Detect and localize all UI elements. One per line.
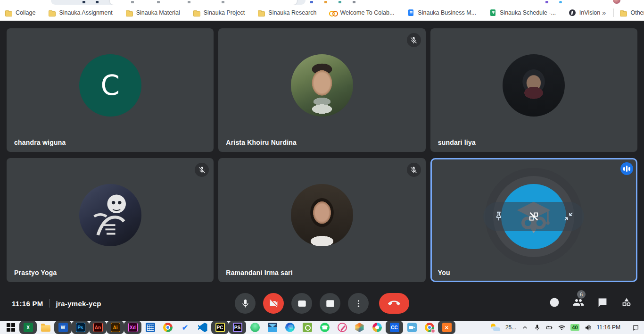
bookmark-item[interactable]: Sinauka Assignment [48, 9, 112, 17]
browser-profile-avatar[interactable] [613, 0, 620, 4]
activities-button[interactable] [621, 297, 632, 310]
bookmark-list: Collage Sinauka Assignment Sinauka Mater… [5, 9, 600, 17]
wifi-icon[interactable] [558, 324, 565, 331]
call-end-icon [388, 297, 400, 309]
participant-name: Prastyo Yoga [14, 269, 57, 276]
bookmark-label: Welcome To Colab... [340, 9, 394, 16]
pin-icon[interactable] [493, 210, 505, 223]
chevron-up-icon[interactable] [521, 324, 528, 331]
partial-extension-icon [353, 1, 355, 3]
bookmark-item[interactable]: Sinauka Schedule -... [489, 9, 556, 17]
camera-off-button[interactable] [263, 293, 284, 314]
bookmark-icon [407, 9, 414, 17]
bookmark-label: Sinauka Business M... [418, 9, 476, 16]
temperature-label[interactable]: 25... [505, 324, 516, 331]
bookmarks-overflow-chevron[interactable]: » [600, 8, 608, 17]
participant-tile-prastyo[interactable]: Prastyo Yoga [7, 158, 214, 282]
present-button[interactable] [320, 293, 340, 314]
taskbar-apps: X W Ps An Ai Xd [2, 321, 455, 334]
taskbar-app-icon[interactable]: X [19, 321, 37, 334]
participant-tile-ramandani[interactable]: Ramandani Irma sari [218, 158, 425, 282]
taskbar-app-icon[interactable] [368, 321, 386, 334]
mic-off-icon [410, 36, 418, 44]
bookmark-label: Sinauka Research [268, 9, 316, 16]
weather-icon[interactable] [490, 324, 500, 332]
taskbar-app-icon[interactable] [403, 321, 421, 334]
tray-mic-icon[interactable] [534, 324, 541, 331]
taskbar-clock[interactable]: 11:16 PM [597, 324, 620, 331]
taskbar-app-icon[interactable] [298, 321, 316, 334]
bookmark-icon [5, 9, 12, 17]
bookmarks-bar: Collage Sinauka Assignment Sinauka Mater… [0, 5, 644, 21]
participants-button[interactable]: 6 [573, 297, 584, 310]
taskbar-app-icon[interactable] [141, 321, 159, 334]
partial-text-fragment [188, 1, 190, 3]
unpin-grid-icon[interactable] [528, 210, 540, 223]
action-center-icon[interactable] [632, 324, 639, 331]
letter-avatar: C [79, 54, 141, 117]
taskbar-app-icon[interactable] [246, 321, 264, 334]
bookmark-item[interactable]: Collage [5, 9, 35, 17]
participant-tile-chandra[interactable]: C chandra wiguna [7, 28, 214, 152]
taskbar-app-icon[interactable]: ✔ [176, 321, 194, 334]
taskbar-app-icon[interactable] [333, 321, 351, 334]
taskbar-app-icon[interactable]: ✕ [438, 321, 455, 334]
taskbar-app-icon[interactable] [159, 321, 176, 334]
google-meet-call: C chandra wiguna Arista Khoiru Nurdina s… [0, 21, 644, 321]
mic-off-icon [198, 166, 206, 174]
bookmark-item[interactable]: Sinauka Project [193, 9, 245, 17]
participant-tile-you[interactable]: You [430, 158, 637, 282]
participants-count-badge: 6 [577, 290, 586, 299]
partial-favicon [83, 1, 85, 3]
bookmark-icon [48, 9, 56, 17]
taskbar-app-icon[interactable]: Xd [124, 321, 141, 334]
participant-tile-arista[interactable]: Arista Khoiru Nurdina [218, 28, 425, 152]
taskbar-app-icon[interactable]: PC [211, 321, 229, 334]
bookmark-item[interactable]: Sinauka Business M... [407, 9, 476, 17]
bookmark-label: InVision [579, 9, 600, 16]
bookmark-item[interactable]: Welcome To Colab... [329, 9, 394, 17]
taskbar-app-icon[interactable]: Ai [107, 321, 124, 334]
taskbar-app-icon[interactable] [37, 321, 54, 334]
speaker-icon[interactable] [585, 324, 592, 331]
microphone-button[interactable] [235, 293, 256, 314]
taskbar-app-icon[interactable]: PS [229, 321, 246, 334]
other-bookmarks-button[interactable]: Other bookmarks [619, 9, 644, 17]
captions-button[interactable]: CC [291, 293, 312, 314]
more-options-button[interactable] [348, 293, 369, 314]
meeting-code: jra-ymek-ycp [56, 300, 101, 308]
audio-level-indicator [620, 162, 633, 175]
bookmark-label: Sinauka Assignment [59, 9, 112, 16]
participant-tile-sundari[interactable]: sundari liya [430, 28, 637, 152]
system-tray: 25... 40 11:16 PM [490, 324, 644, 332]
taskbar-app-icon[interactable] [264, 321, 281, 334]
battery-plug-icon[interactable] [546, 324, 553, 331]
taskbar-app-icon[interactable]: W [54, 321, 72, 334]
taskbar-app-icon[interactable]: ☎ [316, 321, 333, 334]
meeting-info: 11:16 PM jra-ymek-ycp [12, 299, 101, 308]
bookmark-label: Sinauka Schedule -... [500, 9, 556, 16]
bookmark-label: Sinauka Project [204, 9, 245, 16]
chat-button[interactable] [597, 297, 608, 310]
photo-avatar [79, 184, 141, 246]
svg-text:CC: CC [299, 302, 304, 305]
meeting-details-button[interactable] [549, 297, 560, 310]
bookmark-label: Sinauka Material [136, 9, 180, 16]
taskbar-app-icon[interactable]: Ps [72, 321, 89, 334]
exit-fullscreen-icon[interactable] [562, 210, 575, 223]
bookmark-item[interactable]: InVision [569, 9, 600, 17]
taskbar-app-icon[interactable] [421, 321, 438, 334]
battery-percent-badge[interactable]: 40 [570, 324, 579, 331]
bookmark-item[interactable]: Sinauka Material [125, 9, 180, 17]
bookmark-item[interactable]: Sinauka Research [257, 9, 316, 17]
taskbar-app-icon[interactable]: CC [386, 321, 403, 334]
taskbar-app-icon[interactable] [2, 321, 19, 334]
mic-off-icon [410, 166, 418, 174]
side-panel-buttons: 6 [549, 297, 632, 310]
end-call-button[interactable] [379, 293, 409, 314]
taskbar-app-icon[interactable] [351, 321, 368, 334]
taskbar-app-icon[interactable] [194, 321, 211, 334]
taskbar-app-icon[interactable] [281, 321, 298, 334]
partial-extension-icon [339, 1, 341, 3]
taskbar-app-icon[interactable]: An [89, 321, 107, 334]
